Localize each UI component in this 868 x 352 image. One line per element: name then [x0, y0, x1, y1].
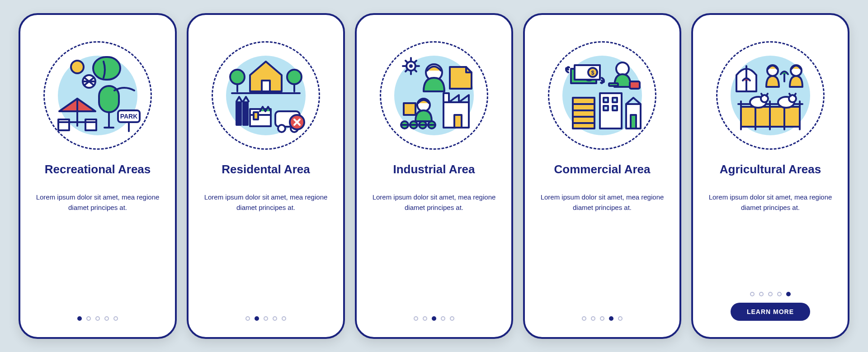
illustration-container	[212, 41, 320, 150]
screen-title: Industrial Area	[393, 162, 475, 176]
dot-4[interactable]	[441, 316, 445, 321]
screen-title: Recreational Areas	[45, 162, 151, 176]
dot-2[interactable]	[591, 316, 595, 321]
dot-1[interactable]	[77, 316, 82, 321]
screen-title: Residental Area	[222, 162, 310, 176]
dot-3[interactable]	[95, 316, 100, 321]
dot-4[interactable]	[104, 316, 109, 321]
bottom-controls	[414, 316, 454, 321]
svg-rect-58	[613, 106, 617, 110]
pagination-dots	[582, 316, 623, 321]
svg-point-15	[287, 70, 302, 84]
dot-4[interactable]	[609, 316, 613, 321]
dot-5[interactable]	[450, 316, 454, 321]
dot-3[interactable]	[600, 316, 604, 321]
dot-1[interactable]	[245, 316, 250, 321]
onboarding-screen-recreational: PARK Recreational Areas Lorem ipsum dolo…	[19, 13, 177, 339]
svg-rect-23	[254, 112, 258, 119]
dot-2[interactable]	[759, 292, 764, 296]
onboarding-screen-commercial: $ $	[523, 13, 681, 339]
recreational-icon: PARK	[50, 48, 145, 143]
svg-rect-60	[631, 115, 636, 128]
dot-5[interactable]	[113, 316, 118, 321]
onboarding-screen-agricultural: Agricultural Areas Lorem ipsum dolor sit…	[691, 13, 849, 339]
svg-point-29	[409, 64, 413, 68]
dot-5[interactable]	[282, 316, 286, 321]
learn-more-button[interactable]: LEARN MORE	[731, 303, 810, 321]
svg-rect-17	[262, 81, 270, 91]
bottom-controls	[245, 316, 286, 321]
dot-3[interactable]	[264, 316, 268, 321]
svg-rect-32	[404, 103, 415, 115]
svg-point-25	[278, 125, 285, 132]
screen-description: Lorem ipsum dolor sit amet, mea regione …	[538, 192, 667, 213]
dot-1[interactable]	[750, 292, 755, 296]
onboarding-screen-residential: Residental Area Lorem ipsum dolor sit am…	[187, 13, 345, 339]
dot-1[interactable]	[582, 316, 586, 321]
svg-rect-5	[85, 119, 96, 130]
svg-rect-56	[613, 98, 617, 102]
screen-description: Lorem ipsum dolor sit amet, mea regione …	[369, 192, 499, 213]
svg-rect-57	[604, 106, 608, 110]
dot-3[interactable]	[768, 292, 773, 296]
svg-rect-19	[236, 102, 241, 125]
illustration-container	[716, 41, 825, 150]
screen-description: Lorem ipsum dolor sit amet, mea regione …	[33, 192, 162, 213]
dot-3[interactable]	[432, 316, 436, 321]
svg-rect-4	[58, 119, 69, 130]
screen-title: Commercial Area	[554, 162, 651, 176]
dot-1[interactable]	[414, 316, 418, 321]
svg-rect-48	[609, 83, 618, 86]
dot-2[interactable]	[423, 316, 427, 321]
dot-2[interactable]	[86, 316, 91, 321]
screen-description: Lorem ipsum dolor sit amet, mea regione …	[201, 192, 330, 213]
bottom-controls: LEARN MORE	[731, 292, 810, 321]
pagination-dots	[245, 316, 286, 321]
dot-4[interactable]	[273, 316, 277, 321]
pagination-dots	[77, 316, 118, 321]
illustration-container	[380, 41, 488, 150]
svg-rect-20	[243, 102, 248, 125]
svg-rect-55	[604, 98, 608, 102]
onboarding-screen-industrial: Industrial Area Lorem ipsum dolor sit am…	[355, 13, 513, 339]
illustration-container: $ $	[548, 41, 656, 150]
svg-rect-1	[93, 57, 120, 80]
svg-point-46	[616, 62, 629, 75]
pagination-dots	[750, 292, 791, 296]
dot-5[interactable]	[786, 292, 791, 296]
svg-rect-38	[443, 93, 449, 102]
dot-5[interactable]	[618, 316, 623, 321]
commercial-icon: $ $	[555, 48, 650, 143]
industrial-icon	[387, 48, 481, 143]
illustration-container: PARK	[43, 41, 152, 150]
pagination-dots	[414, 316, 454, 321]
agricultural-icon	[723, 48, 818, 143]
bottom-controls	[582, 316, 623, 321]
dot-2[interactable]	[255, 316, 259, 321]
residential-icon	[218, 48, 313, 143]
svg-point-13	[230, 70, 245, 84]
svg-point-0	[71, 61, 84, 73]
svg-rect-39	[454, 115, 462, 128]
dot-4[interactable]	[777, 292, 782, 296]
svg-text:PARK: PARK	[120, 113, 138, 120]
bottom-controls	[77, 316, 118, 321]
svg-text:$: $	[591, 70, 594, 76]
screen-description: Lorem ipsum dolor sit amet, mea regione …	[706, 192, 835, 213]
svg-rect-47	[630, 81, 640, 89]
screen-title: Agricultural Areas	[720, 162, 821, 176]
